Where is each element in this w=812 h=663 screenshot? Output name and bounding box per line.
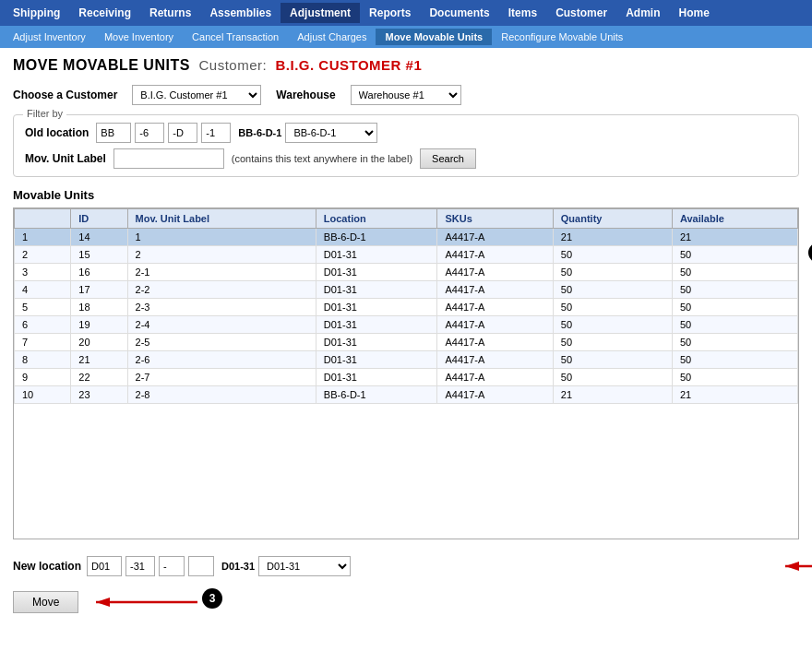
nav-assemblies[interactable]: Assemblies <box>200 3 281 23</box>
cell-skus: A4417-A <box>437 281 553 299</box>
cell-available: 50 <box>672 351 797 369</box>
nav-returns[interactable]: Returns <box>140 3 200 23</box>
old-loc-input-1[interactable] <box>96 123 131 143</box>
cell-location: BB-6-D-1 <box>316 229 437 246</box>
cell-skus: A4417-A <box>437 299 553 316</box>
old-loc-input-2[interactable] <box>135 123 164 143</box>
cell-skus: A4417-A <box>437 334 553 351</box>
old-loc-input-3[interactable] <box>168 123 197 143</box>
new-loc-input-3[interactable] <box>159 556 185 576</box>
new-loc-input-1[interactable] <box>87 556 122 576</box>
mov-unit-label: Mov. Unit Label <box>25 152 106 165</box>
nav-home[interactable]: Home <box>669 3 718 23</box>
mov-unit-label-row: Mov. Unit Label (contains this text anyw… <box>25 148 787 169</box>
cell-available: 50 <box>672 299 797 316</box>
old-location-label: Old location <box>25 126 89 139</box>
new-loc-combo[interactable]: D01-31 <box>258 556 351 576</box>
cell-quantity: 50 <box>553 246 672 264</box>
cell-quantity: 50 <box>553 369 672 386</box>
table-row[interactable]: 10 23 2-8 BB-6-D-1 A4417-A 21 21 <box>15 386 798 404</box>
cell-id: 23 <box>71 386 127 404</box>
cell-quantity: 50 <box>553 299 672 316</box>
annotation-badge-1: 1 <box>808 243 812 263</box>
subnav-cancel-transaction[interactable]: Cancel Transaction <box>183 29 288 45</box>
nav-adjustment[interactable]: Adjustment <box>281 3 360 23</box>
new-loc-display: D01-31 <box>221 561 255 572</box>
page-title-text: Move Movable Units <box>13 57 190 73</box>
table-row[interactable]: 8 21 2-6 D01-31 A4417-A 50 50 <box>15 351 798 369</box>
cell-id: 16 <box>71 264 127 281</box>
new-loc-input-4[interactable] <box>188 556 214 576</box>
cell-location: BB-6-D-1 <box>316 386 437 404</box>
cell-rownum: 3 <box>15 264 71 281</box>
annotation-badge-3: 3 <box>202 588 222 609</box>
subnav-adjust-charges[interactable]: Adjust Charges <box>288 29 376 45</box>
mov-unit-input[interactable] <box>113 148 224 169</box>
cell-label: 2-1 <box>127 264 316 281</box>
cell-label: 2-6 <box>127 351 316 369</box>
nav-documents[interactable]: Documents <box>420 3 498 23</box>
table-row[interactable]: 7 20 2-5 D01-31 A4417-A 50 50 <box>15 334 798 351</box>
cell-quantity: 50 <box>553 264 672 281</box>
cell-quantity: 21 <box>553 229 672 246</box>
cell-rownum: 4 <box>15 281 71 299</box>
cell-id: 21 <box>71 351 127 369</box>
nav-customer[interactable]: Customer <box>546 3 616 23</box>
cell-skus: A4417-A <box>437 264 553 281</box>
cell-label: 2-8 <box>127 386 316 404</box>
cell-id: 19 <box>71 316 127 334</box>
cell-rownum: 2 <box>15 246 71 264</box>
col-quantity: Quantity <box>553 209 672 229</box>
cell-id: 22 <box>71 369 127 386</box>
table-row[interactable]: 2 15 2 D01-31 A4417-A 50 50 <box>15 246 798 264</box>
cell-skus: A4417-A <box>437 246 553 264</box>
cell-label: 1 <box>127 229 316 246</box>
page-title: Move Movable Units Customer: B.I.G. Cust… <box>13 57 799 74</box>
cell-rownum: 10 <box>15 386 71 404</box>
customer-select[interactable]: B.I.G. Customer #1 <box>132 85 261 105</box>
nav-admin[interactable]: Admin <box>616 3 669 23</box>
new-loc-input-2[interactable] <box>125 556 155 576</box>
cell-quantity: 50 <box>553 334 672 351</box>
cell-skus: A4417-A <box>437 386 553 404</box>
col-skus: SKUs <box>437 209 553 229</box>
choose-customer-label: Choose a Customer <box>13 89 117 101</box>
move-button[interactable]: Move <box>13 591 78 613</box>
nav-receiving[interactable]: Receiving <box>69 3 140 23</box>
old-location-inputs: BB-6-D-1 BB-6-D-1 <box>96 123 377 143</box>
old-loc-input-4[interactable] <box>201 123 231 143</box>
subnav-move-inventory[interactable]: Move Inventory <box>95 29 183 45</box>
top-nav: Shipping Receiving Returns Assemblies Ad… <box>0 0 812 26</box>
old-loc-display: BB-6-D-1 <box>238 127 281 138</box>
search-button[interactable]: Search <box>420 148 476 169</box>
cell-quantity: 50 <box>553 281 672 299</box>
table-row[interactable]: 4 17 2-2 D01-31 A4417-A 50 50 <box>15 281 798 299</box>
table-row[interactable]: 9 22 2-7 D01-31 A4417-A 50 50 <box>15 369 798 386</box>
subnav-adjust-inventory[interactable]: Adjust Inventory <box>4 29 95 45</box>
cell-rownum: 5 <box>15 299 71 316</box>
old-loc-combo[interactable]: BB-6-D-1 <box>285 123 377 143</box>
movable-units-table: ID Mov. Unit Label Location SKUs Quantit… <box>14 208 798 404</box>
cell-quantity: 50 <box>553 316 672 334</box>
cell-available: 50 <box>672 334 797 351</box>
nav-reports[interactable]: Reports <box>360 3 420 23</box>
col-id: ID <box>71 209 127 229</box>
subnav-reconfigure-movable-units[interactable]: Reconfigure Movable Units <box>492 29 632 45</box>
cell-available: 21 <box>672 386 797 404</box>
table-row[interactable]: 6 19 2-4 D01-31 A4417-A 50 50 <box>15 316 798 334</box>
cell-available: 50 <box>672 246 797 264</box>
table-row[interactable]: 3 16 2-1 D01-31 A4417-A 50 50 <box>15 264 798 281</box>
table-row[interactable]: 1 14 1 BB-6-D-1 A4417-A 21 21 <box>15 229 798 246</box>
cell-skus: A4417-A <box>437 229 553 246</box>
cell-id: 17 <box>71 281 127 299</box>
table-row[interactable]: 5 18 2-3 D01-31 A4417-A 50 50 <box>15 299 798 316</box>
table-header-row: ID Mov. Unit Label Location SKUs Quantit… <box>15 209 798 229</box>
nav-shipping[interactable]: Shipping <box>4 3 69 23</box>
cell-rownum: 1 <box>15 229 71 246</box>
subnav-move-movable-units[interactable]: Move Movable Units <box>376 29 492 45</box>
cell-location: D01-31 <box>316 351 437 369</box>
nav-items[interactable]: Items <box>499 3 546 23</box>
warehouse-select[interactable]: Warehouse #1 <box>351 85 461 105</box>
cell-available: 50 <box>672 281 797 299</box>
cell-label: 2-3 <box>127 299 316 316</box>
